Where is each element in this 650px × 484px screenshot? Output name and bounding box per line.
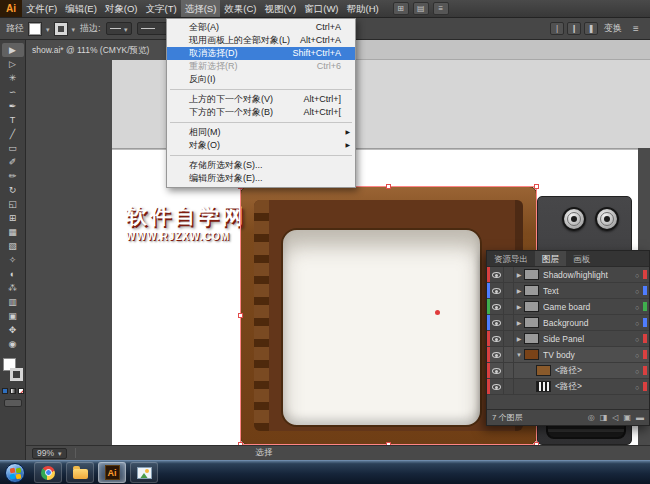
layer-name[interactable]: TV body (543, 350, 631, 360)
visibility-toggle[interactable] (490, 299, 504, 314)
zoom-level-select[interactable]: 99% (32, 448, 67, 459)
taskbar-folder-button[interactable] (66, 462, 94, 483)
new-sublayer-icon[interactable]: ◁ (612, 413, 618, 422)
menu-item[interactable]: 全部(A) Ctrl+A (167, 21, 355, 34)
align-vertical-icon[interactable]: ❚ (584, 22, 598, 35)
layer-row[interactable]: ▶ Side Panel (487, 331, 649, 347)
layer-row[interactable]: ▶ Shadow/highlight (487, 267, 649, 283)
lock-toggle[interactable] (504, 347, 514, 362)
taskbar-illustrator-button[interactable]: Ai (98, 462, 126, 483)
rectangle-tool[interactable]: ▭ (2, 141, 24, 155)
shape-builder-tool[interactable]: ⊞ (2, 211, 24, 225)
layer-row[interactable]: ▼ TV body (487, 347, 649, 363)
selection-handle[interactable] (534, 184, 539, 189)
expand-arrow-icon[interactable]: ▶ (514, 287, 524, 294)
eyedropper-tool[interactable]: ✧ (2, 253, 24, 267)
target-circle-icon[interactable] (631, 286, 643, 296)
lock-toggle[interactable] (504, 315, 514, 330)
menubar-item[interactable]: 文件(F) (22, 0, 61, 17)
taskbar-image-viewer-button[interactable] (130, 462, 158, 483)
menu-item[interactable] (167, 86, 355, 93)
cs-services-icon[interactable]: ≡ (433, 2, 449, 15)
visibility-toggle[interactable] (490, 347, 504, 362)
fill-color-swatch[interactable] (29, 23, 41, 35)
layer-row[interactable]: <路径> (487, 379, 649, 395)
new-layer-icon[interactable]: ▣ (623, 413, 631, 422)
align-center-icon[interactable]: ❙ (567, 22, 581, 35)
menubar-item[interactable]: 选择(S) (181, 0, 221, 17)
rotate-tool[interactable]: ↻ (2, 183, 24, 197)
clipping-mask-icon[interactable]: ◨ (600, 413, 608, 422)
none-mode-icon[interactable] (18, 388, 24, 394)
pencil-tool[interactable]: ✏ (2, 169, 24, 183)
menu-item[interactable]: 下方的下一个对象(B) Alt+Ctrl+[ (167, 106, 355, 119)
visibility-toggle[interactable] (490, 267, 504, 282)
menu-item[interactable]: 对象(O) ▶ (167, 139, 355, 152)
line-segment-tool[interactable]: ╱ (2, 127, 24, 141)
lock-toggle[interactable] (504, 283, 514, 298)
locate-object-icon[interactable]: ◎ (588, 413, 595, 422)
menubar-item[interactable]: 文字(T) (142, 0, 181, 17)
pen-tool[interactable]: ✒ (2, 99, 24, 113)
visibility-toggle[interactable] (490, 331, 504, 346)
menu-item[interactable]: 存储所选对象(S)... (167, 159, 355, 172)
magic-wand-tool[interactable]: ✳ (2, 71, 24, 85)
target-circle-icon[interactable] (631, 382, 643, 392)
menu-item[interactable]: 现用画板上的全部对象(L) Alt+Ctrl+A (167, 34, 355, 47)
expand-arrow-icon[interactable]: ▶ (514, 335, 524, 342)
layer-name[interactable]: Text (543, 286, 631, 296)
visibility-toggle[interactable] (490, 283, 504, 298)
menu-item[interactable]: 重新选择(R) Ctrl+6 (167, 60, 355, 73)
menu-item[interactable]: 编辑所选对象(E)... (167, 172, 355, 185)
fill-stroke-swatches[interactable] (2, 357, 24, 385)
control-panel-menu-icon[interactable]: ≡ (628, 23, 644, 34)
panel-tab[interactable]: 图层 (535, 251, 566, 266)
paintbrush-tool[interactable]: ✐ (2, 155, 24, 169)
selection-handle[interactable] (386, 184, 391, 189)
visibility-toggle[interactable] (490, 315, 504, 330)
expand-arrow-icon[interactable]: ▶ (514, 303, 524, 310)
transform-button[interactable]: 变换 (604, 22, 622, 35)
expand-arrow-icon[interactable]: ▶ (514, 271, 524, 278)
expand-arrow-icon[interactable]: ▼ (514, 352, 524, 358)
target-circle-icon[interactable] (631, 302, 643, 312)
tv-knob-icon[interactable] (595, 207, 619, 231)
selection-handle[interactable] (238, 313, 243, 318)
menu-item[interactable] (167, 152, 355, 159)
hand-tool[interactable]: ✥ (2, 323, 24, 337)
layer-name[interactable]: <路径> (555, 381, 631, 393)
menubar-item[interactable]: 视图(V) (261, 0, 301, 17)
arrange-documents-icon[interactable]: ⊞ (393, 2, 409, 15)
lock-toggle[interactable] (504, 379, 514, 394)
color-mode-icon[interactable] (2, 388, 8, 394)
type-tool[interactable]: T (2, 113, 24, 127)
target-circle-icon[interactable] (631, 366, 643, 376)
layer-name[interactable]: Side Panel (543, 334, 631, 344)
lock-toggle[interactable] (504, 363, 514, 378)
layer-name[interactable]: Shadow/highlight (543, 270, 631, 280)
scale-tool[interactable]: ◱ (2, 197, 24, 211)
workspace-icon[interactable]: ▤ (413, 2, 429, 15)
document-tab[interactable]: show.ai* @ 111% (CMYK/预览) (26, 40, 174, 60)
menubar-item[interactable]: 对象(O) (101, 0, 142, 17)
menubar-item[interactable]: 效果(C) (220, 0, 260, 17)
target-circle-icon[interactable] (631, 270, 643, 280)
layer-name[interactable]: <路径> (555, 365, 631, 377)
stroke-dropdown-arrow-icon[interactable] (72, 24, 76, 34)
selection-tool[interactable]: ▶ (2, 43, 24, 57)
fill-dropdown-arrow-icon[interactable] (46, 24, 50, 34)
menubar-item[interactable]: 编辑(E) (61, 0, 101, 17)
column-graph-tool[interactable]: ▥ (2, 295, 24, 309)
layer-row[interactable]: <路径> (487, 363, 649, 379)
layer-name[interactable]: Game board (543, 302, 631, 312)
menu-item[interactable]: 上方的下一个对象(V) Alt+Ctrl+] (167, 93, 355, 106)
gradient-mode-icon[interactable] (10, 388, 16, 394)
lock-toggle[interactable] (504, 267, 514, 282)
target-circle-icon[interactable] (631, 318, 643, 328)
menubar-item[interactable]: 帮助(H) (343, 0, 383, 17)
delete-layer-icon[interactable]: ▬ (636, 413, 644, 422)
toolbar-stroke-swatch[interactable] (10, 368, 23, 381)
stroke-color-swatch[interactable] (55, 23, 67, 35)
symbol-sprayer-tool[interactable]: ⁂ (2, 281, 24, 295)
target-circle-icon[interactable] (631, 334, 643, 344)
